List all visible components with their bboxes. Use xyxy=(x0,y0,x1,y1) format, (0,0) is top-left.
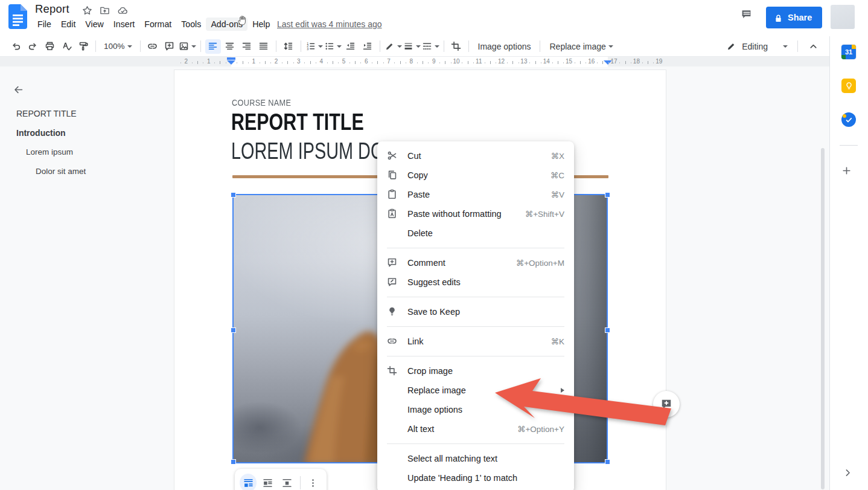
google-tasks-icon[interactable] xyxy=(841,112,856,127)
more-image-options-button[interactable] xyxy=(305,474,322,490)
insert-image-button[interactable] xyxy=(179,39,196,54)
menu-help[interactable]: Help xyxy=(247,18,275,31)
align-center-button[interactable] xyxy=(222,39,238,54)
undo-button[interactable] xyxy=(8,39,24,54)
ruler-tick xyxy=(237,62,237,63)
menu-item-shortcut: ⌘K xyxy=(550,337,564,346)
crop-icon xyxy=(387,366,399,376)
get-add-ons-button[interactable] xyxy=(841,166,856,180)
share-button[interactable]: Share xyxy=(766,7,822,28)
crop-image-button[interactable] xyxy=(448,39,464,54)
increase-indent-button[interactable] xyxy=(360,39,375,54)
ruler-tick xyxy=(439,62,440,63)
ruler-tick xyxy=(468,61,468,64)
last-edit-link[interactable]: Last edit was 4 minutes ago xyxy=(277,19,382,29)
google-calendar-icon[interactable]: 31 xyxy=(841,45,856,59)
resize-handle-top-left[interactable] xyxy=(231,192,236,198)
wrap-option-in-line-button[interactable] xyxy=(240,474,257,490)
line-spacing-button[interactable] xyxy=(281,39,296,54)
ruler-number: 17 xyxy=(611,58,617,65)
bulleted-list-button[interactable] xyxy=(324,39,342,54)
user-avatar[interactable] xyxy=(831,5,855,29)
menu-file[interactable]: File xyxy=(33,18,56,31)
lock-icon xyxy=(774,13,783,22)
insert-link-button[interactable] xyxy=(145,39,161,54)
context-menu-item-save-to-keep[interactable]: Save to Keep xyxy=(377,302,574,321)
decrease-indent-button[interactable] xyxy=(343,39,359,54)
add-comment-floating-button[interactable] xyxy=(653,391,680,417)
context-menu-item-update-heading-1-to-match[interactable]: Update 'Heading 1' to match xyxy=(377,468,574,488)
editing-pen-icon xyxy=(726,41,736,51)
context-menu-item-copy[interactable]: Copy⌘C xyxy=(377,166,574,185)
outline-item-dolor-sit-amet[interactable]: Dolor sit amet xyxy=(36,167,86,176)
menu-format[interactable]: Format xyxy=(139,18,176,31)
align-right-icon xyxy=(241,41,252,51)
image-options-button[interactable]: Image options xyxy=(473,39,537,54)
wrap-option-wrap-text-button[interactable] xyxy=(259,474,276,490)
outline-item-introduction[interactable]: Introduction xyxy=(16,128,66,138)
spelling-grammar-check-button[interactable] xyxy=(59,39,74,54)
resize-handle-middle-right[interactable] xyxy=(605,327,610,333)
editing-mode-button[interactable]: Editing xyxy=(720,39,794,54)
menu-item-label: Replace image xyxy=(407,385,561,395)
context-menu-item-image-options[interactable]: Image options xyxy=(377,400,574,419)
resize-handle-bottom-right[interactable] xyxy=(605,459,610,465)
document-title[interactable]: Report xyxy=(35,2,69,16)
open-comment-history-icon[interactable] xyxy=(741,9,755,23)
menu-tools[interactable]: Tools xyxy=(176,18,206,31)
zoom-select[interactable]: 100% xyxy=(100,39,136,54)
resize-handle-top-right[interactable] xyxy=(605,192,610,198)
context-menu-item-cut[interactable]: Cut⌘X xyxy=(377,146,574,166)
ruler-number: 1 xyxy=(252,58,256,65)
google-docs-logo-icon[interactable] xyxy=(8,4,27,29)
context-menu-item-select-all-matching-text[interactable]: Select all matching text xyxy=(377,449,574,468)
close-outline-button[interactable] xyxy=(13,85,25,97)
ruler-tick xyxy=(602,61,603,64)
context-menu-item-replace-image[interactable]: Replace image xyxy=(377,381,574,400)
resize-handle-bottom-left[interactable] xyxy=(231,459,236,465)
first-line-indent-marker[interactable] xyxy=(227,57,235,60)
ruler-number: 4 xyxy=(319,58,323,65)
context-menu-item-link[interactable]: Link⌘K xyxy=(377,332,574,351)
resize-handle-middle-left[interactable] xyxy=(231,327,236,333)
replace-image-dropdown[interactable]: Replace image xyxy=(544,39,618,54)
insert-comment-button[interactable] xyxy=(162,39,177,54)
context-menu-item-paste-without-formatting[interactable]: Paste without formatting⌘+Shift+V xyxy=(377,204,574,224)
suggest-icon xyxy=(387,277,399,288)
context-menu-item-paste[interactable]: Paste⌘V xyxy=(377,185,574,204)
star-document-icon[interactable] xyxy=(82,5,93,16)
border-dash-button[interactable] xyxy=(422,39,439,54)
menu-add-ons[interactable]: Add-ons xyxy=(206,18,247,31)
cloud-check-icon xyxy=(118,5,128,16)
context-menu-item-delete[interactable]: Delete xyxy=(377,224,574,243)
align-left-button[interactable] xyxy=(205,39,221,54)
align-right-button[interactable] xyxy=(239,39,255,54)
move-folder-icon[interactable] xyxy=(100,5,110,16)
left-indent-marker[interactable] xyxy=(227,60,235,65)
vertical-scrollbar[interactable] xyxy=(821,148,825,489)
print-button[interactable] xyxy=(42,39,57,54)
ruler-number: 1 xyxy=(207,58,211,65)
close-side-panel-button[interactable] xyxy=(843,468,855,480)
menu-view[interactable]: View xyxy=(80,18,109,31)
context-menu-item-crop-image[interactable]: Crop image xyxy=(377,361,574,381)
context-menu-item-suggest-edits[interactable]: Suggest edits xyxy=(377,272,574,292)
star-icon xyxy=(82,5,92,16)
border-color-button[interactable] xyxy=(385,39,402,54)
wrap-option-break-text-button[interactable] xyxy=(279,474,296,490)
context-menu-item-comment[interactable]: Comment⌘+Option+M xyxy=(377,253,574,272)
redo-button[interactable] xyxy=(25,39,40,54)
outline-item-report-title[interactable]: REPORT TITLE xyxy=(16,109,77,118)
menu-edit[interactable]: Edit xyxy=(56,18,80,31)
google-keep-icon[interactable] xyxy=(841,79,856,93)
paint-format-button[interactable] xyxy=(75,39,91,54)
outline-item-lorem-ipsum[interactable]: Lorem ipsum xyxy=(26,147,73,156)
ruler-tick xyxy=(428,62,429,63)
hide-menus-button[interactable] xyxy=(805,39,821,54)
border-weight-button[interactable] xyxy=(403,39,421,54)
ruler-tick xyxy=(192,62,193,63)
justify-button[interactable] xyxy=(256,39,272,54)
numbered-list-button[interactable]: 123 xyxy=(305,39,323,54)
context-menu-item-alt-text[interactable]: Alt text⌘+Option+Y xyxy=(377,419,574,439)
menu-insert[interactable]: Insert xyxy=(109,18,139,31)
